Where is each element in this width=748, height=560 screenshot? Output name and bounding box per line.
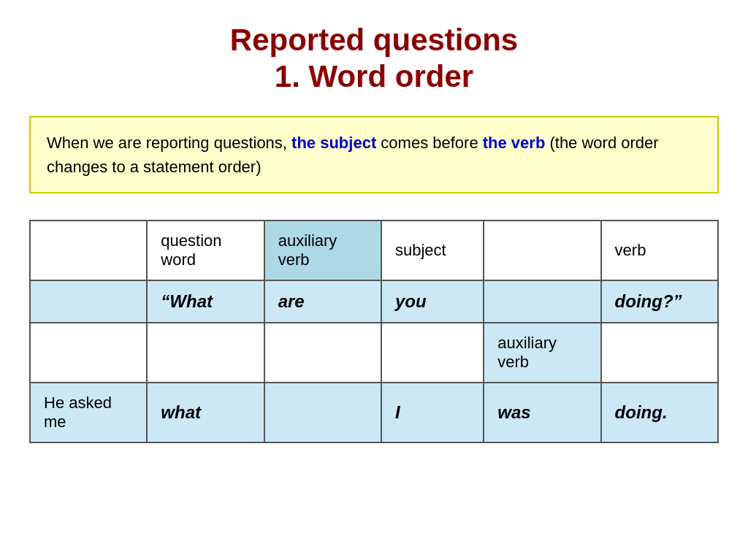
row2-col2: [147, 323, 264, 383]
table-row-1: “What are you doing?”: [30, 280, 718, 323]
row2-col5: auxiliary verb: [484, 323, 600, 383]
row2-col6: [601, 323, 718, 383]
header-col6: verb: [601, 220, 718, 280]
row3-col6: doing.: [601, 383, 718, 442]
header-col4: subject: [381, 220, 484, 280]
verb-highlight: the verb: [483, 134, 546, 152]
header-col2: question word: [147, 220, 264, 280]
row3-col1: He asked me: [30, 383, 147, 442]
row3-col2: what: [147, 383, 264, 442]
table-header-row: question word auxiliary verb subject ver…: [30, 220, 718, 280]
table-row-3: He asked me what I was doing.: [30, 383, 718, 442]
word-order-table: question word auxiliary verb subject ver…: [29, 220, 719, 443]
header-col5: [484, 220, 600, 280]
row1-col1: [30, 280, 147, 323]
row1-col5: [484, 280, 600, 323]
row2-col1: [30, 323, 147, 383]
row1-col4: you: [381, 280, 484, 323]
row3-col3: [264, 383, 381, 442]
row1-col3: are: [264, 280, 381, 323]
row1-col6: doing?”: [601, 280, 718, 323]
row2-col4: [381, 323, 484, 383]
info-text-before: When we are reporting questions,: [47, 134, 291, 152]
header-col3: auxiliary verb: [264, 220, 381, 280]
info-text-middle: comes before: [376, 134, 483, 152]
row2-col3: [264, 323, 381, 383]
page-title: Reported questions 1. Word order: [230, 22, 518, 96]
row3-col4: I: [381, 383, 484, 442]
info-box: When we are reporting questions, the sub…: [29, 116, 719, 193]
row1-col2: “What: [147, 280, 264, 323]
subject-highlight: the subject: [291, 134, 376, 152]
row3-col5: was: [484, 383, 600, 442]
header-col1: [30, 220, 147, 280]
table-row-2: auxiliary verb: [30, 323, 718, 383]
